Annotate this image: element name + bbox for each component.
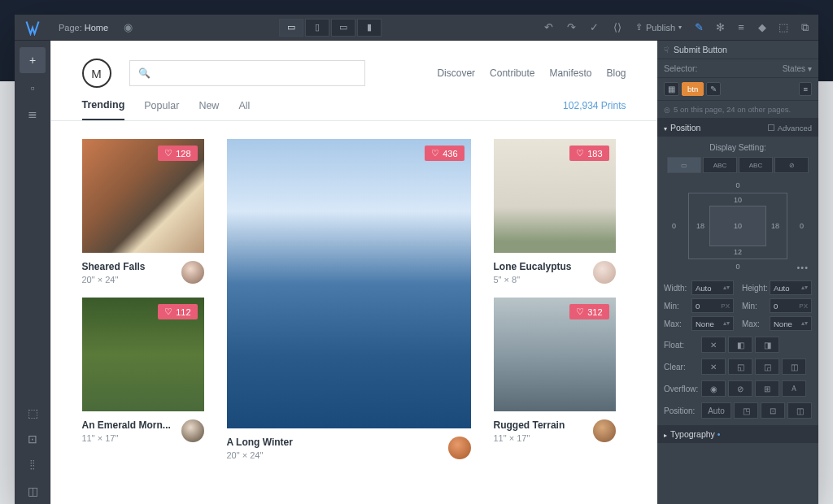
avatar[interactable] [181,261,204,284]
app-logo[interactable] [15,15,50,41]
code-icon[interactable]: ⟨⟩ [606,15,629,41]
search-input[interactable]: 🔍 [129,60,365,86]
pages-icon[interactable]: ▫ [15,75,50,101]
device-mobile-icon[interactable]: ▮ [357,19,382,37]
clear-right-button[interactable]: ◲ [755,358,779,375]
min-width-input[interactable]: 0PX [691,298,734,313]
card-thumb: ♡112 [82,298,204,411]
box-center-value[interactable]: 10 [734,222,742,230]
preview-icon[interactable]: ◉ [116,21,139,33]
card-long-winter[interactable]: ♡436 A Long Winter 20" × 24" [227,139,471,460]
margin-right-value[interactable]: 0 [800,222,804,230]
max-width-input[interactable]: None▴▾ [691,316,734,331]
card-lone-eucalyptus[interactable]: ♡183 Lone Eucalyptus 5" × 8" [494,139,616,285]
panel-icon[interactable]: ◫ [15,478,50,504]
publish-button[interactable]: ⇪ Publish ▾ [629,22,688,33]
redo-icon[interactable]: ↷ [560,15,583,41]
float-left-button[interactable]: ◧ [728,337,752,353]
section-typography-header[interactable]: ▸Typography • [657,425,818,443]
page-indicator[interactable]: Page: Home [50,23,116,33]
padding-bottom-value[interactable]: 12 [734,248,742,256]
box-model[interactable]: 0 0 0 0 10 12 18 18 10 ••• [669,181,807,271]
position-fixed-button[interactable]: ◫ [787,402,812,419]
overflow-visible-button[interactable]: ◉ [701,380,726,397]
tab-all[interactable]: All [238,100,250,119]
box-more-button[interactable]: ••• [796,263,809,272]
settings-icon[interactable]: ✻ [709,15,731,41]
max-height-input[interactable]: None▴▾ [770,316,812,331]
card-sheared-falls[interactable]: ♡128 Sheared Falls 20" × 24" [82,139,204,285]
position-auto-button[interactable]: Auto [701,402,731,419]
device-tablet-icon[interactable]: ▯ [305,19,329,37]
position-relative-button[interactable]: ◳ [734,402,758,419]
site-logo[interactable]: M [82,59,111,88]
float-none-button[interactable]: ✕ [701,337,726,353]
edit-class-icon[interactable]: ✎ [706,82,721,96]
brush-icon[interactable]: ✎ [688,15,709,41]
undo-icon[interactable]: ↶ [538,15,560,41]
grid-icon[interactable]: ⦙⦙ [15,452,50,478]
like-badge[interactable]: ♡112 [158,304,197,319]
avatar[interactable] [448,437,471,459]
max-height-label: Max: [742,319,766,328]
overflow-auto-button[interactable]: Ａ [782,380,806,397]
clear-both-button[interactable]: ◫ [782,358,806,375]
card-rugged-terrain[interactable]: ♡312 Rugged Terrain 11" × 17" [494,298,616,443]
width-input[interactable]: Auto▴▾ [691,280,734,295]
like-badge[interactable]: ♡183 [569,146,608,161]
states-dropdown[interactable]: States ▾ [783,64,812,73]
selection-icon[interactable]: ⊡ [15,426,50,452]
margin-left-value[interactable]: 0 [672,222,676,230]
min-height-input[interactable]: 0PX [770,298,812,313]
selector-type-icon[interactable]: ▦ [664,82,679,96]
display-block-button[interactable]: ▭ [667,157,701,173]
element-breadcrumb[interactable]: ☟ Submit Button [657,41,818,59]
responsive-icon[interactable]: ⬚ [15,400,50,426]
height-input[interactable]: Auto▴▾ [770,280,812,295]
navigator-icon[interactable]: ≡ [799,82,812,96]
add-element-button[interactable]: + [20,47,46,73]
tab-popular[interactable]: Popular [144,100,179,119]
nav-manifesto[interactable]: Manifesto [549,67,591,79]
device-tablet-landscape-icon[interactable]: ▭ [331,19,355,37]
padding-left-value[interactable]: 18 [696,222,704,230]
nav-blog[interactable]: Blog [606,67,626,79]
class-chip-btn[interactable]: btn [682,82,704,96]
layers-icon[interactable]: ⧉ [794,15,815,41]
advanced-toggle[interactable]: Advanced [768,124,812,133]
display-inlineblock-button[interactable]: ABC [703,157,737,173]
selector-label: Selector: [664,63,697,73]
display-inline-button[interactable]: ABC [739,157,773,173]
float-right-button[interactable]: ◨ [755,337,779,353]
position-absolute-button[interactable]: ⊡ [761,402,785,419]
margin-bottom-value[interactable]: 0 [735,263,739,271]
box-icon[interactable]: ⬚ [773,15,794,41]
clear-left-button[interactable]: ◱ [728,358,752,375]
like-badge[interactable]: ♡436 [425,146,464,161]
section-position-header[interactable]: ▾Position Advanced [657,119,818,137]
padding-top-value[interactable]: 10 [734,196,742,204]
display-none-button[interactable]: ⊘ [774,157,809,173]
tab-new[interactable]: New [198,100,219,119]
avatar[interactable] [181,419,204,442]
tab-trending[interactable]: Trending [82,99,125,120]
cms-icon[interactable]: ≣ [15,101,50,127]
overflow-hidden-button[interactable]: ⊘ [728,380,752,397]
canvas[interactable]: M 🔍 Discover Contribute Manifesto Blog T… [51,41,657,504]
clear-none-button[interactable]: ✕ [701,358,726,375]
page-label: Page: [59,23,82,33]
like-badge[interactable]: ♡312 [569,304,608,319]
device-desktop-icon[interactable]: ▭ [279,19,303,37]
avatar[interactable] [593,261,616,284]
card-emerald-morn[interactable]: ♡112 An Emerald Morn... 11" × 17" [82,298,204,443]
effects-icon[interactable]: ◆ [752,15,773,41]
nav-discover[interactable]: Discover [437,67,475,79]
nav-contribute[interactable]: Contribute [490,67,534,79]
check-icon[interactable]: ✓ [583,15,606,41]
overflow-scroll-button[interactable]: ⊞ [755,380,779,397]
padding-right-value[interactable]: 18 [771,222,779,230]
align-icon[interactable]: ≡ [731,15,752,41]
like-badge[interactable]: ♡128 [158,146,197,161]
margin-top-value[interactable]: 0 [735,181,739,189]
avatar[interactable] [593,419,616,442]
